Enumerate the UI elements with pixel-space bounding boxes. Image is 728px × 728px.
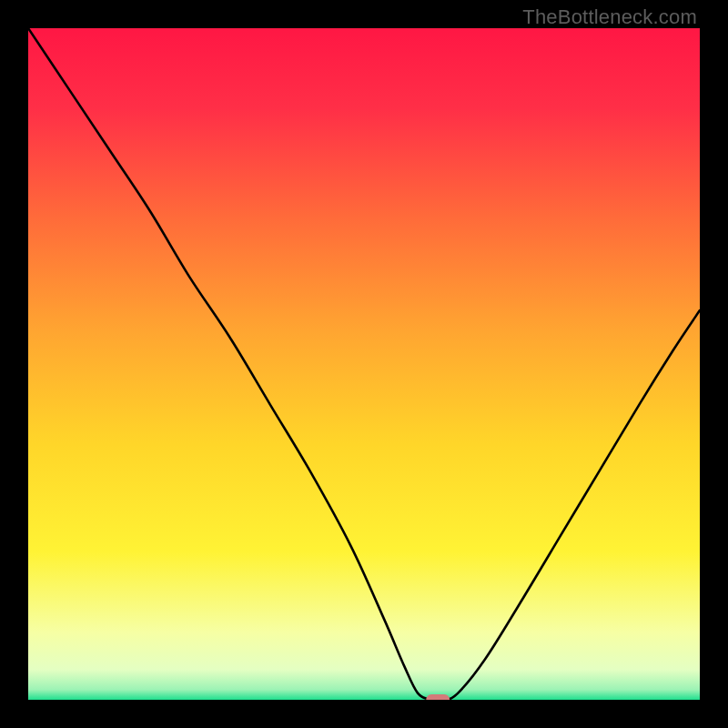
chart-frame: TheBottleneck.com [0,0,728,728]
watermark-text: TheBottleneck.com [522,5,697,29]
chart-svg [28,28,700,700]
chart-background [28,28,700,700]
plot-area [28,28,700,700]
min-point-marker [426,694,450,700]
